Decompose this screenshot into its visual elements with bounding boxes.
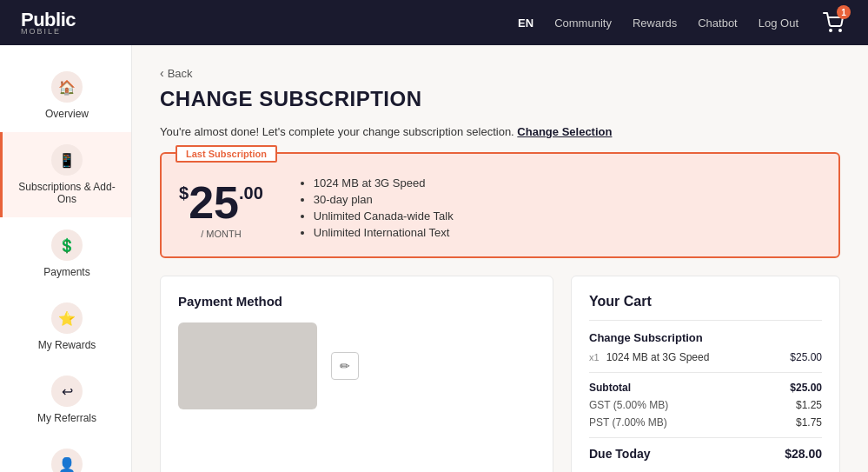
price-dollar: $ [179,183,189,203]
pst-value: $1.75 [796,416,822,429]
sidebar-item-referrals[interactable]: ↩ My Referrals [0,363,131,436]
cart-title: Your Cart [589,294,822,321]
payments-icon: 💲 [51,229,83,261]
plan-price: $ 25 .00 [179,180,263,225]
svg-point-0 [830,30,832,31]
back-link[interactable]: ‹ Back [160,66,840,80]
cart-item-desc: 1024 MB at 3G Speed [606,351,784,363]
logout-link[interactable]: Log Out [759,17,798,30]
header-nav: EN Community Rewards Chatbot Log Out 1 [518,9,847,37]
overview-icon: 🏠 [51,71,83,103]
price-amount: 25 [189,180,239,225]
chatbot-link[interactable]: Chatbot [698,17,738,30]
logo: Public MOBILE [21,10,76,36]
payment-row: ✏ [178,322,535,409]
gst-value: $1.25 [796,399,822,411]
cart-pst-row: PST (7.00% MB) $1.75 [589,416,822,429]
back-chevron-icon: ‹ [160,66,164,80]
cart-item-qty: x1 [589,352,600,362]
bottom-section: Payment Method ✏ Your Cart Change Subscr… [160,276,840,472]
plan-features: 1024 MB at 3G Speed 30-day plan Unlimite… [298,176,454,243]
sidebar-item-payments[interactable]: 💲 Payments [0,217,131,290]
community-link[interactable]: Community [554,17,612,30]
referrals-icon: ↩ [51,376,83,407]
payment-card-visual [178,322,317,409]
subtitle: You're almost done! Let's complete your … [160,125,840,138]
profile-icon: 👤 [51,449,83,472]
page-title: CHANGE SUBSCRIPTION [160,87,840,111]
main-content: ‹ Back CHANGE SUBSCRIPTION You're almost… [132,45,868,472]
sidebar-label-subscriptions: Subscriptions & Add-Ons [10,181,124,205]
sidebar-label-payments: Payments [43,266,89,278]
layout: 🏠 Overview 📱 Subscriptions & Add-Ons 💲 P… [0,45,868,472]
cart-section: Your Cart Change Subscription x1 1024 MB… [571,276,840,472]
header: Public MOBILE EN Community Rewards Chatb… [0,0,868,45]
gst-label: GST (5.00% MB) [589,399,668,411]
language-toggle[interactable]: EN [518,17,533,30]
rewards-icon: ⭐ [51,302,83,334]
payment-section: Payment Method ✏ [160,276,553,472]
price-cents: .00 [239,183,263,203]
back-label: Back [168,67,193,80]
cart-item-row: x1 1024 MB at 3G Speed $25.00 [589,351,822,363]
sidebar-item-rewards[interactable]: ⭐ My Rewards [0,290,131,363]
cart-button[interactable]: 1 [819,9,847,37]
change-selection-link[interactable]: Change Selection [517,125,612,138]
cart-gst-row: GST (5.00% MB) $1.25 [589,399,822,411]
subscriptions-icon: 📱 [51,144,83,176]
subtotal-label: Subtotal [589,382,631,394]
plan-card: Last Subscription $ 25 .00 / MONTH 1024 … [160,152,840,258]
subtitle-text: You're almost done! Let's complete your … [160,125,514,138]
sidebar-label-overview: Overview [45,108,89,120]
cart-divider-2 [589,437,822,438]
cart-item-price: $25.00 [790,351,822,363]
pst-label: PST (7.00% MB) [589,416,667,429]
payment-title: Payment Method [178,294,535,309]
due-label: Due Today [589,447,651,461]
cart-due-row: Due Today $28.00 [589,447,822,461]
sidebar-label-referrals: My Referrals [37,412,96,424]
sidebar-item-overview[interactable]: 🏠 Overview [0,59,131,132]
cart-subtotal-row: Subtotal $25.00 [589,382,822,394]
cart-section-title: Change Subscription [589,331,822,344]
plan-content: $ 25 .00 / MONTH 1024 MB at 3G Speed 30-… [179,176,821,243]
pencil-icon: ✏ [340,359,350,373]
rewards-link[interactable]: Rewards [633,17,677,30]
sidebar-item-subscriptions[interactable]: 📱 Subscriptions & Add-Ons [0,132,131,217]
logo-mobile: MOBILE [21,28,61,36]
cart-divider-1 [589,372,822,373]
feature-1: 1024 MB at 3G Speed [314,176,454,189]
due-value: $28.00 [785,447,822,461]
sidebar-label-rewards: My Rewards [38,339,96,351]
feature-3: Unlimited Canada-wide Talk [314,209,454,223]
sidebar-item-profile[interactable]: 👤 Profile [0,436,131,472]
sidebar: 🏠 Overview 📱 Subscriptions & Add-Ons 💲 P… [0,45,132,472]
feature-2: 30-day plan [314,193,454,206]
price-period: / MONTH [201,229,241,239]
edit-payment-button[interactable]: ✏ [331,352,359,380]
plan-badge: Last Subscription [176,145,277,163]
feature-4: Unlimited International Text [314,226,454,239]
svg-point-1 [839,30,841,31]
cart-badge: 1 [837,5,851,19]
subtotal-value: $25.00 [790,382,822,394]
